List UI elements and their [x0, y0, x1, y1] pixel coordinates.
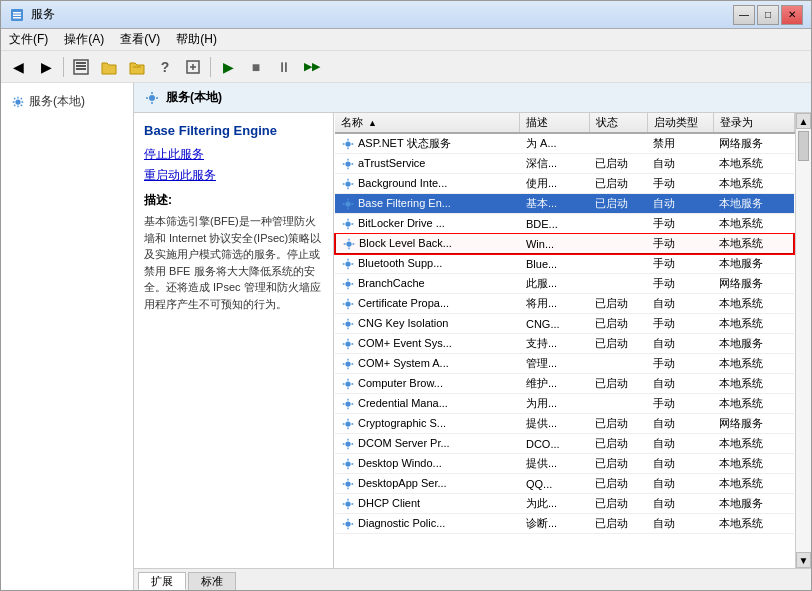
table-row[interactable]: Certificate Propa...将用...已启动自动本地系统	[335, 294, 794, 314]
svg-point-24	[345, 401, 350, 406]
stop-button[interactable]: ■	[243, 55, 269, 79]
menu-file[interactable]: 文件(F)	[1, 29, 56, 50]
maximize-button[interactable]: □	[757, 5, 779, 25]
svg-rect-5	[76, 62, 86, 64]
scroll-thumb[interactable]	[798, 131, 809, 161]
sidebar: 服务(本地)	[1, 83, 134, 590]
svg-point-9	[15, 99, 20, 104]
pause-button[interactable]: ⏸	[271, 55, 297, 79]
table-row[interactable]: DCOM Server Pr...DCO...已启动自动本地系统	[335, 434, 794, 454]
col-startup[interactable]: 启动类型	[647, 113, 713, 133]
table-row[interactable]: aTrustService深信...已启动自动本地系统	[335, 154, 794, 174]
table-row[interactable]: ASP.NET 状态服务为 A...禁用网络服务	[335, 133, 794, 154]
col-status[interactable]: 状态	[589, 113, 647, 133]
table-header-row: 名称 ▲ 描述 状态 启动类型 登录为	[335, 113, 794, 133]
table-row[interactable]: Block Level Back...Win...手动本地系统	[335, 234, 794, 254]
scrollbar[interactable]: ▲ ▼	[795, 113, 811, 568]
restart-service-link[interactable]: 重启动此服务	[144, 167, 323, 184]
service-table: 名称 ▲ 描述 状态 启动类型 登录为 ASP.NET 状态服务为 A...禁用…	[334, 113, 795, 534]
services-icon	[11, 95, 25, 109]
table-row[interactable]: CNG Key IsolationCNG...已启动手动本地系统	[335, 314, 794, 334]
toolbar-separator-2	[210, 57, 211, 77]
scroll-track[interactable]	[796, 129, 811, 552]
svg-point-18	[345, 281, 350, 286]
svg-point-13	[345, 181, 350, 186]
svg-point-30	[345, 521, 350, 526]
svg-rect-7	[76, 68, 86, 70]
detail-desc-label: 描述:	[144, 192, 323, 209]
export-button[interactable]	[180, 55, 206, 79]
svg-point-28	[345, 481, 350, 486]
window-icon	[9, 7, 25, 23]
svg-point-15	[345, 221, 350, 226]
svg-point-10	[149, 95, 155, 101]
detail-service-name: Base Filtering Engine	[144, 123, 323, 138]
svg-point-11	[345, 141, 350, 146]
play-button[interactable]: ▶	[215, 55, 241, 79]
main-panel-title: 服务(本地)	[166, 89, 222, 106]
restart-button[interactable]: ▶▶	[299, 55, 325, 79]
svg-rect-6	[76, 65, 86, 67]
forward-button[interactable]: ▶	[33, 55, 59, 79]
detail-desc-text: 基本筛选引擎(BFE)是一种管理防火墙和 Internet 协议安全(IPsec…	[144, 213, 323, 312]
table-row[interactable]: COM+ Event Sys...支持...已启动自动本地服务	[335, 334, 794, 354]
toolbar: ◀ ▶ ? ▶ ■ ⏸ ▶▶	[1, 51, 811, 83]
svg-point-16	[346, 241, 351, 246]
table-row[interactable]: COM+ System A...管理...手动本地系统	[335, 354, 794, 374]
table-row[interactable]: Credential Mana...为用...手动本地系统	[335, 394, 794, 414]
menu-help[interactable]: 帮助(H)	[168, 29, 225, 50]
up-button[interactable]	[68, 55, 94, 79]
main-panel-header: 服务(本地)	[134, 83, 811, 113]
scroll-up-button[interactable]: ▲	[796, 113, 811, 129]
table-row[interactable]: Computer Brow...维护...已启动自动本地系统	[335, 374, 794, 394]
tabs-bar: 扩展 标准	[134, 568, 811, 590]
svg-point-25	[345, 421, 350, 426]
svg-point-20	[345, 321, 350, 326]
folder-button[interactable]	[96, 55, 122, 79]
menu-action[interactable]: 操作(A)	[56, 29, 112, 50]
split-view: Base Filtering Engine 停止此服务 重启动此服务 描述: 基…	[134, 113, 811, 568]
svg-point-22	[345, 361, 350, 366]
col-name[interactable]: 名称 ▲	[335, 113, 520, 133]
svg-point-21	[345, 341, 350, 346]
tab-standard[interactable]: 标准	[188, 572, 236, 590]
close-button[interactable]: ✕	[781, 5, 803, 25]
svg-rect-2	[13, 14, 21, 16]
service-list-area[interactable]: 名称 ▲ 描述 状态 启动类型 登录为 ASP.NET 状态服务为 A...禁用…	[334, 113, 795, 568]
svg-point-26	[345, 441, 350, 446]
folder2-button[interactable]	[124, 55, 150, 79]
minimize-button[interactable]: —	[733, 5, 755, 25]
table-row[interactable]: BitLocker Drive ...BDE...手动本地系统	[335, 214, 794, 234]
service-table-body: ASP.NET 状态服务为 A...禁用网络服务aTrustService深信.…	[335, 133, 794, 534]
table-row[interactable]: Diagnostic Polic...诊断...已启动自动本地系统	[335, 514, 794, 534]
table-row[interactable]: Cryptographic S...提供...已启动自动网络服务	[335, 414, 794, 434]
table-row[interactable]: BranchCache此服...手动网络服务	[335, 274, 794, 294]
detail-panel: Base Filtering Engine 停止此服务 重启动此服务 描述: 基…	[134, 113, 334, 568]
sidebar-label: 服务(本地)	[29, 93, 85, 110]
table-row[interactable]: DHCP Client为此...已启动自动本地服务	[335, 494, 794, 514]
table-row[interactable]: Background Inte...使用...已启动手动本地系统	[335, 174, 794, 194]
table-row[interactable]: Base Filtering En...基本...已启动自动本地服务	[335, 194, 794, 214]
menu-view[interactable]: 查看(V)	[112, 29, 168, 50]
tab-extended[interactable]: 扩展	[138, 572, 186, 590]
title-bar: 服务 — □ ✕	[1, 1, 811, 29]
stop-service-link[interactable]: 停止此服务	[144, 146, 323, 163]
table-row[interactable]: DesktopApp Ser...QQ...已启动自动本地系统	[335, 474, 794, 494]
svg-point-19	[345, 301, 350, 306]
table-row[interactable]: Bluetooth Supp...Blue...手动本地服务	[335, 254, 794, 274]
window-title: 服务	[31, 6, 733, 23]
col-desc[interactable]: 描述	[520, 113, 589, 133]
svg-point-17	[345, 261, 350, 266]
svg-point-14	[345, 201, 350, 206]
scroll-down-button[interactable]: ▼	[796, 552, 811, 568]
main-window: 服务 — □ ✕ 文件(F) 操作(A) 查看(V) 帮助(H) ◀ ▶ ? ▶	[0, 0, 812, 591]
svg-rect-3	[13, 17, 21, 19]
toolbar-separator-1	[63, 57, 64, 77]
table-row[interactable]: Desktop Windo...提供...已启动自动本地系统	[335, 454, 794, 474]
svg-point-12	[345, 161, 350, 166]
back-button[interactable]: ◀	[5, 55, 31, 79]
help-button[interactable]: ?	[152, 55, 178, 79]
menubar: 文件(F) 操作(A) 查看(V) 帮助(H)	[1, 29, 811, 51]
main-panel: 服务(本地) Base Filtering Engine 停止此服务 重启动此服…	[134, 83, 811, 590]
col-login[interactable]: 登录为	[713, 113, 794, 133]
